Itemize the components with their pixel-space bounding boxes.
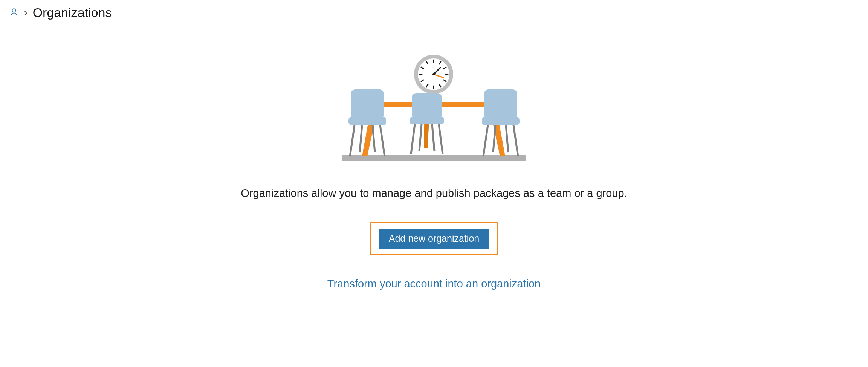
svg-line-27 [360, 125, 362, 152]
svg-line-32 [439, 124, 443, 154]
highlight-frame: Add new organization [370, 222, 498, 255]
empty-state-description: Organizations allow you to manage and pu… [148, 187, 720, 200]
chevron-right-icon: › [24, 7, 28, 18]
svg-point-0 [12, 9, 15, 12]
empty-state: Organizations allow you to manage and pu… [133, 27, 735, 305]
svg-line-33 [419, 124, 422, 151]
svg-rect-29 [412, 93, 442, 119]
svg-line-25 [350, 125, 355, 156]
svg-line-38 [513, 125, 518, 156]
svg-rect-1 [342, 155, 526, 161]
organization-illustration [148, 54, 720, 164]
svg-line-26 [380, 125, 385, 156]
page-title: Organizations [33, 5, 112, 20]
svg-line-31 [411, 124, 415, 154]
svg-rect-35 [484, 89, 517, 119]
svg-line-37 [483, 125, 488, 156]
add-new-organization-button[interactable]: Add new organization [379, 229, 489, 249]
svg-rect-23 [351, 89, 384, 119]
transform-account-link[interactable]: Transform your account into an organizat… [327, 278, 541, 290]
svg-rect-24 [348, 117, 386, 125]
breadcrumb: › Organizations [0, 0, 868, 27]
svg-rect-30 [410, 117, 444, 124]
svg-line-28 [373, 125, 375, 152]
user-icon[interactable] [9, 7, 19, 18]
svg-point-18 [432, 73, 435, 75]
svg-line-34 [432, 124, 434, 151]
svg-line-39 [493, 125, 495, 152]
svg-rect-36 [482, 117, 520, 125]
svg-line-40 [506, 125, 508, 152]
